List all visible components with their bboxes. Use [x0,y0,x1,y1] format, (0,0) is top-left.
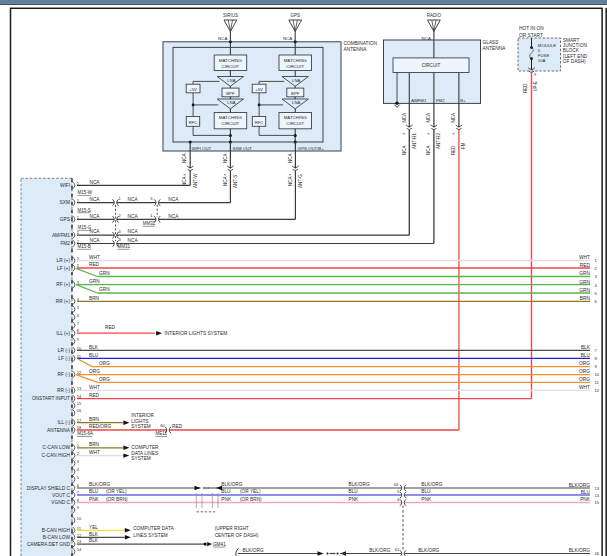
svg-text:ORG: ORG [579,369,590,374]
svg-text:ONSTART INPUT: ONSTART INPUT [32,396,70,401]
svg-text:BLU: BLU [89,489,99,494]
svg-text:I/P-E: I/P-E [533,81,538,91]
svg-text:LF (+): LF (+) [57,266,70,271]
svg-text:6: 6 [595,299,598,304]
svg-text:10A: 10A [538,58,546,63]
svg-text:NCA: NCA [128,197,139,202]
svg-text:9: 9 [77,505,80,510]
svg-text:FM: FM [461,142,466,149]
svg-text:NCA: NCA [218,36,227,41]
svg-text:3: 3 [595,274,598,279]
svg-text:1: 1 [119,196,122,201]
svg-text:+5V: +5V [189,87,197,92]
svg-text:NCA: NCA [90,197,101,202]
svg-text:GRN: GRN [99,271,110,276]
svg-text:PNK: PNK [221,497,232,502]
svg-text:PNK: PNK [349,497,360,502]
svg-text:B-CAN HIGH: B-CAN HIGH [42,528,71,533]
svg-text:GM41: GM41 [213,542,226,547]
svg-text:BLK/ORG: BLK/ORG [349,482,370,487]
svg-text:NCA: NCA [128,214,139,219]
svg-text:RF (+): RF (+) [56,282,70,287]
svg-text:12: 12 [595,388,600,393]
svg-text:CIRCUIT: CIRCUIT [221,121,239,126]
svg-text:NCA: NCA [288,176,293,186]
svg-text:GRN: GRN [579,271,590,276]
svg-text:5: 5 [77,475,80,480]
svg-text:BLK/ORG: BLK/ORG [569,483,591,488]
svg-text:INTERIOR LIGHTS SYSTEM: INTERIOR LIGHTS SYSTEM [165,331,228,336]
svg-text:+5V: +5V [255,87,263,92]
svg-text:PNK: PNK [89,497,100,502]
svg-text:OR START: OR START [519,33,543,38]
svg-text:1: 1 [595,258,598,263]
svg-text:WHT: WHT [89,255,100,260]
svg-text:7: 7 [595,348,598,353]
svg-text:GLASS: GLASS [483,40,499,45]
svg-text:BLU: BLU [349,489,359,494]
svg-text:SYSTEM: SYSTEM [131,424,151,429]
svg-text:MATCHING: MATCHING [219,115,243,120]
svg-text:9: 9 [77,337,80,342]
svg-text:NCA: NCA [90,214,101,219]
svg-text:DATA LINES: DATA LINES [131,451,158,456]
svg-text:2: 2 [119,213,122,218]
svg-text:NCA: NCA [128,229,139,234]
svg-text:SXM OUT: SXM OUT [232,146,252,151]
svg-text:GPS OUT/B+: GPS OUT/B+ [298,146,324,151]
svg-text:RED/ORG: RED/ORG [89,424,111,429]
svg-text:(OR YEL): (OR YEL) [106,489,127,494]
svg-text:HOT IN ON: HOT IN ON [519,26,544,31]
svg-text:ANT-W: ANT-W [193,173,198,188]
svg-text:LNA: LNA [227,78,235,83]
svg-text:ANT-R1: ANT-R1 [412,133,417,150]
svg-text:BLK: BLK [89,532,99,537]
svg-text:BLK/ORG: BLK/ORG [418,548,439,553]
svg-text:4: 4 [119,229,122,234]
svg-text:CIRCUIT: CIRCUIT [221,64,239,69]
svg-text:LR (+): LR (+) [57,258,71,263]
svg-text:COMPUTER: COMPUTER [131,445,159,450]
svg-text:BLK: BLK [89,345,99,350]
svg-text:NCA: NCA [288,153,293,163]
svg-text:SXM: SXM [60,200,70,205]
svg-text:RED: RED [451,145,456,155]
svg-text:MM32: MM32 [143,221,156,226]
svg-text:CENTER OF DASH): CENTER OF DASH) [215,533,259,538]
svg-text:PNK: PNK [580,497,591,502]
svg-text:BPF: BPF [291,91,300,96]
svg-text:BLK/ORG: BLK/ORG [243,548,264,553]
svg-text:C-CAN HIGH: C-CAN HIGH [41,453,70,458]
svg-text:LNA: LNA [292,78,300,83]
svg-text:WHT: WHT [579,385,590,390]
svg-text:ORG: ORG [99,377,110,382]
svg-text:WHT: WHT [89,385,100,390]
svg-text:BLK/ORG: BLK/ORG [569,548,591,553]
svg-text:14: 14 [77,547,82,552]
svg-text:NCA: NCA [451,113,456,123]
svg-text:BRN: BRN [89,417,100,422]
svg-text:GRN: GRN [579,280,590,285]
svg-text:DISPLAY SHIELD C: DISPLAY SHIELD C [27,486,71,491]
svg-text:NCA: NCA [182,176,187,186]
svg-text:NCA: NCA [90,180,101,185]
svg-text:RFC: RFC [189,120,198,125]
svg-text:(UPPER RIGHT: (UPPER RIGHT [215,526,249,531]
svg-text:BRN: BRN [89,442,100,447]
svg-text:61: 61 [395,547,400,552]
svg-text:BLK/ORG: BLK/ORG [369,548,390,553]
svg-text:MM31: MM31 [117,244,130,249]
svg-text:3: 3 [77,459,80,464]
svg-text:MATCHING: MATCHING [284,115,308,120]
svg-text:COMBINATION: COMBINATION [344,41,378,46]
svg-text:AMFM1: AMFM1 [411,98,427,103]
svg-text:LNA: LNA [292,100,300,105]
svg-text:BLU: BLU [421,489,431,494]
svg-text:FM2: FM2 [60,241,70,246]
svg-text:GRN: GRN [99,287,110,292]
svg-text:GRN: GRN [89,279,100,284]
svg-text:CIRCUIT: CIRCUIT [286,121,304,126]
svg-text:RED: RED [89,262,100,267]
svg-text:NCA: NCA [402,113,407,123]
svg-text:BLU: BLU [89,353,99,358]
